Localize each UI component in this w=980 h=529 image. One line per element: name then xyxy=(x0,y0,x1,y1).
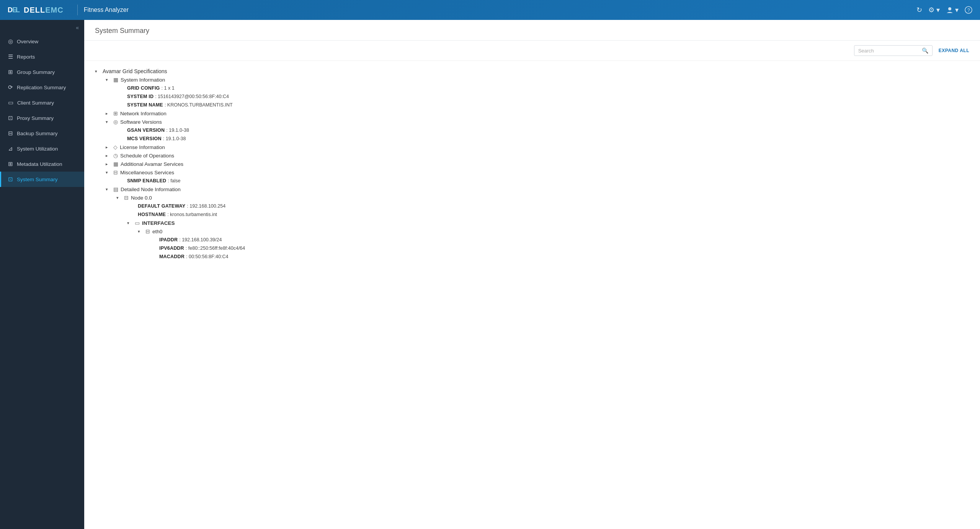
tree-row-schedule-of-operations[interactable]: ▸◷Schedule of Operations xyxy=(106,151,969,160)
sidebar-item-metadata-utilization[interactable]: ⊞ Metadata Utilization xyxy=(0,156,84,172)
data-row: GSAN VERSION: 19.1.0-38 xyxy=(116,126,969,134)
sidebar-item-overview[interactable]: ◎ Overview xyxy=(0,34,84,49)
data-key: GSAN VERSION xyxy=(127,128,165,133)
toolbar: 🔍 EXPAND ALL xyxy=(84,41,980,61)
chevron-icon: ▸ xyxy=(106,162,111,167)
node-label: INTERFACES xyxy=(142,220,175,226)
sidebar-icon-replication-summary: ⟳ xyxy=(8,84,13,91)
tree-node-license-information: ▸◇License Information xyxy=(106,143,969,151)
sidebar-label-group-summary: Group Summary xyxy=(17,69,55,75)
data-key: MCS VERSION xyxy=(127,136,162,141)
tree-row-detailed-node-information[interactable]: ▾▤Detailed Node Information xyxy=(106,185,969,193)
tree-node-network-information: ▸⊞Network Information xyxy=(106,109,969,118)
tree-children: GSAN VERSION: 19.1.0-38MCS VERSION: 19.1… xyxy=(106,126,969,143)
node-label: Software Versions xyxy=(120,119,162,125)
sidebar-item-replication-summary[interactable]: ⟳ Replication Summary xyxy=(0,80,84,95)
tree-children: GRID CONFIG: 1 x 1SYSTEM ID: 1516143927@… xyxy=(106,84,969,109)
node-icon: ◎ xyxy=(113,119,118,125)
tree-row-eth0[interactable]: ▾⊟eth0 xyxy=(138,227,969,236)
chevron-icon: ▸ xyxy=(106,153,111,158)
data-row: HOSTNAME: kronos.turbamentis.int xyxy=(127,210,969,219)
root-label: Avamar Grid Specifications xyxy=(103,68,167,74)
chevron-icon: ▾ xyxy=(116,195,122,200)
node-label: eth0 xyxy=(152,229,162,234)
svg-text:?: ? xyxy=(967,8,970,13)
tree-node-additional-avamar-services: ▸▦Additional Avamar Services xyxy=(106,160,969,168)
node-label: Network Information xyxy=(120,111,167,116)
app-header: D E LL DELLEMC Fitness Analyzer ↻ ⚙ ▾ ▾ … xyxy=(0,0,980,20)
data-value: : 19.1.0-38 xyxy=(163,136,186,141)
sidebar-label-reports: Reports xyxy=(17,54,35,60)
tree-root-row[interactable]: ▾ Avamar Grid Specifications xyxy=(95,67,969,75)
data-value: : 1 x 1 xyxy=(162,85,175,91)
sidebar-item-client-summary[interactable]: ▭ Client Summary xyxy=(0,95,84,110)
data-value: : KRONOS.TURBAMENTIS.INT xyxy=(165,102,233,108)
tree-row-interfaces[interactable]: ▾▭INTERFACES xyxy=(127,219,969,227)
data-value: : 19.1.0-38 xyxy=(166,128,189,133)
sidebar-item-reports[interactable]: ☰ Reports xyxy=(0,49,84,64)
tree-node-software-versions: ▾◎Software VersionsGSAN VERSION: 19.1.0-… xyxy=(106,118,969,143)
data-key: GRID CONFIG xyxy=(127,85,160,91)
header-actions: ↻ ⚙ ▾ ▾ ? xyxy=(916,6,972,14)
tree-row-network-information[interactable]: ▸⊞Network Information xyxy=(106,109,969,118)
tree-row-software-versions[interactable]: ▾◎Software Versions xyxy=(106,118,969,126)
chevron-icon: ▸ xyxy=(106,111,111,116)
sidebar-item-group-summary[interactable]: ⊞ Group Summary xyxy=(0,64,84,80)
user-icon[interactable]: ▾ xyxy=(946,6,959,14)
sidebar-label-replication-summary: Replication Summary xyxy=(17,85,66,90)
chevron-icon: ▾ xyxy=(106,77,111,82)
sidebar-icon-system-utilization: ⊿ xyxy=(8,145,13,152)
sidebar-icon-backup-summary: ⊟ xyxy=(8,130,13,137)
tree-row-miscellaneous-services[interactable]: ▾⊟Miscellaneous Services xyxy=(106,168,969,177)
data-value: : 192.168.100.254 xyxy=(187,203,225,209)
node-label: Node 0.0 xyxy=(131,195,152,201)
tree-node-miscellaneous-services: ▾⊟Miscellaneous ServicesSNMP ENABLED: fa… xyxy=(106,168,969,185)
sidebar-icon-client-summary: ▭ xyxy=(8,99,13,106)
sidebar-icon-metadata-utilization: ⊞ xyxy=(8,161,13,167)
node-icon: ⊞ xyxy=(113,110,118,116)
node-label: System Information xyxy=(121,77,165,83)
node-icon: ◷ xyxy=(113,152,118,159)
sidebar: « ◎ Overview ☰ Reports ⊞ Group Summary ⟳… xyxy=(0,20,84,529)
node-label: Additional Avamar Services xyxy=(121,161,183,167)
settings-icon[interactable]: ⚙ ▾ xyxy=(928,6,940,14)
node-icon: ▤ xyxy=(113,186,118,192)
data-key: IPV6ADDR xyxy=(159,246,184,251)
tree-row-node-0-0[interactable]: ▾⊟Node 0.0 xyxy=(116,193,969,202)
tree-row-additional-avamar-services[interactable]: ▸▦Additional Avamar Services xyxy=(106,160,969,168)
user-avatar-icon xyxy=(946,6,954,14)
sidebar-label-client-summary: Client Summary xyxy=(17,100,54,106)
brand-logo: DELLEMC xyxy=(24,6,64,15)
search-input[interactable] xyxy=(858,48,920,54)
sidebar-item-system-utilization[interactable]: ⊿ System Utilization xyxy=(0,141,84,156)
sidebar-item-backup-summary[interactable]: ⊟ Backup Summary xyxy=(0,126,84,141)
search-box[interactable]: 🔍 xyxy=(854,45,933,56)
tree-children: DEFAULT GATEWAY: 192.168.100.254HOSTNAME… xyxy=(116,202,969,261)
chevron-icon: ▾ xyxy=(106,187,111,192)
sidebar-label-backup-summary: Backup Summary xyxy=(17,131,58,136)
page-title: System Summary xyxy=(95,27,969,35)
tree-children: ▾⊟eth0IPADDR: 192.168.100.39/24IPV6ADDR:… xyxy=(127,227,969,261)
header-divider xyxy=(77,5,78,15)
help-icon[interactable]: ? xyxy=(965,6,972,14)
sidebar-item-proxy-summary[interactable]: ⊡ Proxy Summary xyxy=(0,110,84,126)
search-icon: 🔍 xyxy=(922,47,928,54)
data-row: SYSTEM NAME: KRONOS.TURBAMENTIS.INT xyxy=(116,101,969,109)
tree-row-system-information[interactable]: ▾▦System Information xyxy=(106,75,969,84)
root-chevron-icon: ▾ xyxy=(95,69,100,74)
dell-logo-icon: D E LL xyxy=(8,6,20,14)
sidebar-item-system-summary[interactable]: ⊡ System Summary xyxy=(0,172,84,187)
node-icon: ▦ xyxy=(113,77,118,83)
sidebar-label-overview: Overview xyxy=(17,39,38,44)
tree-content: ▾ Avamar Grid Specifications ▾▦System In… xyxy=(84,61,980,529)
node-icon: ⊟ xyxy=(113,169,118,175)
node-icon: ⊟ xyxy=(145,228,150,234)
sidebar-collapse-button[interactable]: « xyxy=(0,20,84,34)
data-row: MCS VERSION: 19.1.0-38 xyxy=(116,134,969,143)
page-header: System Summary xyxy=(84,20,980,41)
tree-row-license-information[interactable]: ▸◇License Information xyxy=(106,143,969,151)
refresh-icon[interactable]: ↻ xyxy=(916,6,922,14)
data-value: : 00:50:56:8F:40:C4 xyxy=(186,254,229,259)
expand-all-button[interactable]: EXPAND ALL xyxy=(939,48,969,53)
node-label: Detailed Node Information xyxy=(121,187,181,192)
